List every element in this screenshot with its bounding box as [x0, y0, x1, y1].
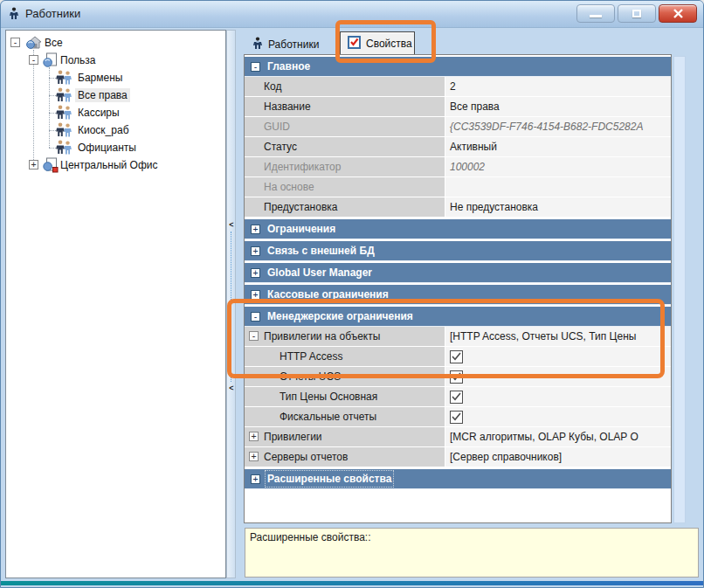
collapse-icon[interactable]: -: [249, 331, 259, 341]
grid-section-label: Менеджерские ограничения: [267, 310, 413, 322]
tree-item-1[interactable]: -Польза: [6, 52, 225, 69]
expand-icon[interactable]: +: [29, 160, 38, 169]
tree-splitter[interactable]: < <: [226, 30, 236, 578]
grid-property-name: Тип Цены Основная: [245, 387, 445, 407]
grid-property-row[interactable]: Тип Цены Основная: [245, 387, 671, 407]
grid-section-row[interactable]: -Менеджерские ограничения: [245, 307, 671, 327]
grid-property-value: 2: [445, 77, 671, 97]
collapse-icon[interactable]: -: [251, 312, 260, 322]
role-icon: [55, 122, 73, 140]
role-icon: [55, 105, 73, 122]
group-icon: [43, 52, 58, 71]
grid-property-row[interactable]: На основе: [245, 177, 671, 197]
window-bottom-edge: [1, 581, 704, 585]
grid-property-row[interactable]: Фискальные отчеты: [245, 407, 671, 427]
grid-property-row[interactable]: Идентификатор100002: [245, 157, 671, 177]
tree-item-label: Бармены: [75, 71, 125, 85]
grid-property-value: [445, 367, 671, 387]
grid-property-name: Отчеты UCS: [245, 367, 445, 387]
window-title: Работники: [25, 7, 80, 20]
tree-item-7[interactable]: +Центральный Офис: [6, 156, 225, 174]
checked-checkbox[interactable]: [450, 411, 463, 424]
grid-property-label: Идентификатор: [245, 161, 341, 173]
property-grid[interactable]: -ГлавноеКод2НазваниеВсе праваGUID{CC3539…: [244, 54, 672, 523]
grid-property-row[interactable]: ПредустановкаНе предустановка: [245, 197, 671, 218]
minimize-button[interactable]: [576, 4, 615, 23]
grid-value-text: [MCR алгоритмы, OLAP Кубы, OLAP О: [450, 431, 638, 443]
grid-property-value: [445, 407, 671, 427]
grid-property-name: +Привилегии: [245, 427, 445, 447]
grid-property-label: Тип Цены Основная: [245, 391, 377, 403]
grid-property-value: [445, 387, 671, 407]
collapse-icon[interactable]: -: [10, 38, 20, 47]
grid-property-name: Фискальные отчеты: [245, 407, 445, 427]
tree-item-4[interactable]: Кассиры: [6, 104, 225, 121]
collapse-left-icon[interactable]: <: [228, 220, 235, 229]
tree-item-6[interactable]: Официанты: [6, 139, 225, 156]
expand-icon[interactable]: +: [251, 290, 260, 300]
expand-icon[interactable]: +: [249, 452, 259, 461]
grid-property-row[interactable]: HTTP Access: [245, 347, 671, 367]
grid-section-row[interactable]: +Ограничения: [245, 219, 671, 239]
grid-property-row[interactable]: -Привилегии на объекты[HTTP Access, Отче…: [245, 327, 671, 347]
grid-property-name: GUID: [245, 117, 445, 137]
grid-property-label: Привилегии на объекты: [245, 330, 380, 342]
grid-value-text: [Сервер справочников]: [450, 451, 562, 463]
grid-property-row[interactable]: СтатусАктивный: [245, 137, 671, 157]
tree-item-label: Киоск_раб: [75, 123, 132, 137]
expand-icon[interactable]: +: [251, 225, 260, 234]
grid-property-name: Название: [245, 97, 445, 117]
collapse-left-icon[interactable]: <: [228, 384, 235, 392]
tab-label: Свойства: [366, 38, 412, 50]
tree-item-2[interactable]: Бармены: [6, 69, 225, 86]
tree-item-root[interactable]: -Все: [6, 34, 225, 52]
grid-property-row[interactable]: GUID{CC3539DF-F746-4154-B682-FDC5282A: [245, 117, 671, 137]
close-button[interactable]: [659, 4, 697, 23]
grid-section-label: Расширенные свойства: [267, 473, 391, 485]
grid-property-value: [HTTP Access, Отчеты UCS, Тип Цены: [445, 327, 671, 347]
checked-checkbox[interactable]: [450, 350, 463, 363]
collapse-icon[interactable]: -: [29, 55, 38, 65]
tab-employees[interactable]: Работники: [245, 34, 338, 54]
tree-item-3[interactable]: Все права: [6, 86, 225, 104]
scrollbar-track[interactable]: [673, 56, 686, 523]
restore-button[interactable]: [618, 4, 656, 23]
tab-properties[interactable]: Свойства: [340, 31, 415, 54]
grid-section-row[interactable]: +Связь с внешней БД: [245, 241, 671, 261]
grid-property-row[interactable]: Отчеты UCS: [245, 367, 671, 387]
grid-property-name: Код: [245, 77, 445, 97]
restore-icon: [632, 10, 641, 17]
grid-value-text: Не предустановка: [450, 201, 538, 213]
tree-item-5[interactable]: Киоск_раб: [6, 121, 225, 139]
expand-icon[interactable]: +: [251, 246, 260, 256]
window-person-icon: [9, 7, 19, 24]
grid-value-text: 100002: [450, 161, 485, 173]
tree-item-label: Польза: [58, 53, 98, 67]
tab-label: Работники: [268, 38, 319, 51]
checked-checkbox[interactable]: [450, 370, 463, 384]
grid-property-row[interactable]: НазваниеВсе права: [245, 97, 671, 117]
grid-section-row[interactable]: +Кассовые ограничения: [245, 285, 671, 305]
collapse-icon[interactable]: -: [251, 62, 260, 72]
expand-icon[interactable]: +: [251, 268, 260, 278]
grid-property-label: GUID: [245, 121, 290, 133]
grid-property-row[interactable]: Код2: [245, 77, 671, 97]
grid-section-row[interactable]: +Global User Manager: [245, 263, 671, 283]
grid-property-name: Предустановка: [245, 197, 445, 218]
person-icon: [252, 37, 263, 52]
splitter-dots: [231, 232, 231, 382]
grid-section-row[interactable]: -Главное: [245, 57, 671, 77]
expand-icon[interactable]: +: [251, 474, 260, 484]
grid-property-row[interactable]: +Привилегии[MCR алгоритмы, OLAP Кубы, OL…: [245, 427, 671, 447]
titlebar: Работники: [1, 1, 704, 28]
employee-tree-panel[interactable]: -Все-ПользаБарменыВсе праваКассирыКиоск_…: [5, 30, 226, 578]
property-description-text: Расширенные свойства::: [250, 531, 371, 543]
grid-property-value: Не предустановка: [445, 197, 671, 218]
role-icon: [55, 87, 73, 105]
grid-property-label: Код: [245, 80, 281, 93]
grid-property-row[interactable]: +Серверы отчетов[Сервер справочников]: [245, 447, 671, 467]
checked-checkbox[interactable]: [450, 391, 463, 404]
grid-property-value: Все права: [445, 97, 671, 117]
grid-section-row[interactable]: +Расширенные свойства: [245, 469, 671, 489]
expand-icon[interactable]: +: [249, 432, 259, 441]
